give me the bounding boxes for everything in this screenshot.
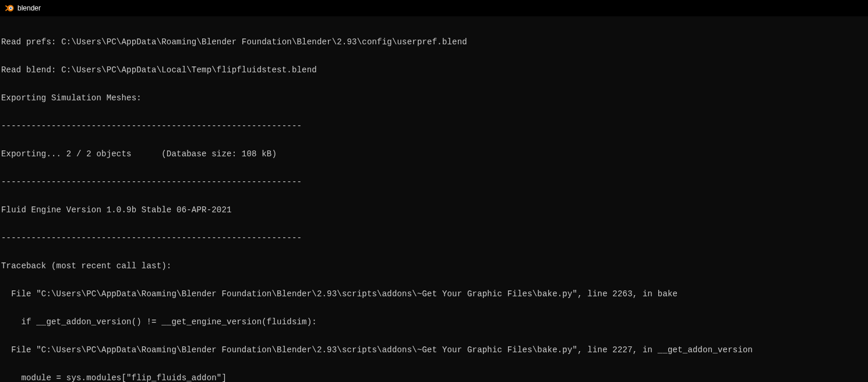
svg-point-2 <box>10 7 12 9</box>
window-titlebar: blender <box>0 0 868 16</box>
console-line: Fluid Engine Version 1.0.9b Stable 06-AP… <box>1 205 867 215</box>
window-title: blender <box>17 4 41 12</box>
console-line: Exporting... 2 / 2 objects (Database siz… <box>1 149 867 159</box>
console-line: Read prefs: C:\Users\PC\AppData\Roaming\… <box>1 37 867 47</box>
console-line: File "C:\Users\PC\AppData\Roaming\Blende… <box>1 289 867 299</box>
console-output[interactable]: Read prefs: C:\Users\PC\AppData\Roaming\… <box>0 16 868 382</box>
blender-icon <box>5 3 14 13</box>
console-line: ----------------------------------------… <box>1 233 867 243</box>
console-line: Exporting Simulation Meshes: <box>1 93 867 103</box>
console-line: Traceback (most recent call last): <box>1 261 867 271</box>
console-line: ----------------------------------------… <box>1 177 867 187</box>
console-line: ----------------------------------------… <box>1 121 867 131</box>
console-line: File "C:\Users\PC\AppData\Roaming\Blende… <box>1 345 867 355</box>
console-line: if __get_addon_version() != __get_engine… <box>1 317 867 327</box>
console-line: module = sys.modules["flip_fluids_addon"… <box>1 373 867 382</box>
console-line: Read blend: C:\Users\PC\AppData\Local\Te… <box>1 65 867 75</box>
